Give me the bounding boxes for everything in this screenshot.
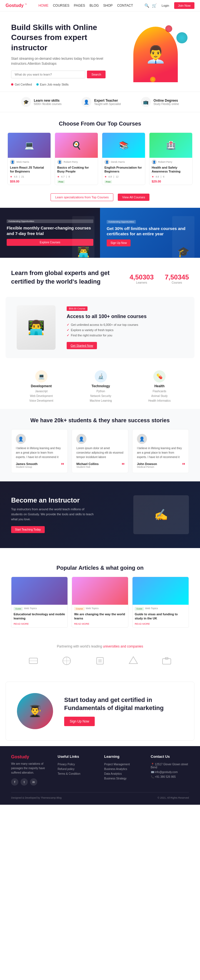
instructor-avatar-2: 👤 <box>57 159 62 164</box>
partners-link[interactable]: universities and companies <box>103 644 143 648</box>
access-section: 👨‍💻 $59.00 Course Access to all 100+ onl… <box>6 297 194 358</box>
article-tag-2: Course <box>74 607 85 611</box>
cat-sub-health-2: Animal Study <box>151 395 168 398</box>
hero-badges: Get Certified Earn Job ready Skills <box>11 83 106 86</box>
stat-learners: 4,50303 Learners <box>129 273 154 284</box>
course-card-4: 🏥 👤 Robert Perry Health and Safety Aware… <box>149 132 192 185</box>
access-title: Access to all 100+ online courses <box>67 313 183 320</box>
footer-bottom-right: © 2021. All Rights Reserved <box>157 796 189 799</box>
nav-courses[interactable]: COURSES <box>53 3 69 8</box>
footer-logo: Gostudy <box>11 754 49 759</box>
navbar: Gostudy ™ HOME COURSES PAGES BLOG SHOP C… <box>0 0 200 11</box>
social-facebook[interactable]: f <box>11 778 18 786</box>
view-all-btn[interactable]: View All Courses <box>118 194 149 201</box>
footer-learning-3[interactable]: Data Analytics <box>104 772 143 776</box>
footer-link-3[interactable]: Terms & Condition <box>58 772 96 776</box>
features-bar: 🎓 Learn new skills 5000+ flexible course… <box>0 92 200 112</box>
cart-icon[interactable]: 🛒 <box>152 3 157 8</box>
instructor-avatar-4: 👤 <box>152 159 157 164</box>
navbar-nav: HOME COURSES PAGES BLOG SHOP CONTACT <box>38 3 133 8</box>
hero-description: Start streaming on-demand video lectures… <box>11 56 106 66</box>
course-meta-1: ★ 4.5 | 21 <box>8 175 51 179</box>
access-person: 👨‍💻 <box>17 305 61 350</box>
footer-description: We are many variations of passages the m… <box>11 762 49 775</box>
article-title-3: Guide to visas and funding to study in t… <box>132 611 189 621</box>
promo-person-silhouette: 👨‍💻 <box>72 216 94 258</box>
hero-search-bar: Search <box>11 70 106 78</box>
feature-item-2: 👤 Expert Teacher Taught with Specialist <box>81 97 121 107</box>
test-role-1: Student Group <box>16 466 63 468</box>
join-button[interactable]: Join Now <box>174 2 194 9</box>
cat-sub-health-1: Flashcards <box>153 390 167 393</box>
cta-btn[interactable]: Sign Up Now <box>64 717 95 726</box>
article-link-2[interactable]: READ MORE <box>72 621 128 627</box>
promo-banners: Outstanding Opportunities Flexible month… <box>0 208 200 258</box>
promo-right-title: Get 30% off limitless share courses and … <box>107 226 193 237</box>
learners-label: Learners <box>129 281 154 284</box>
view-all-bar: Learn specializations from Top Courses V… <box>0 191 200 208</box>
footer-col-learning: Learning Project Management Business Ana… <box>104 754 143 786</box>
check-icon-1: ✓ <box>67 323 69 327</box>
nav-shop[interactable]: SHOP <box>103 3 113 8</box>
testimonial-card-3: 👤 I believe in lifelong learning and the… <box>132 429 189 473</box>
footer-link-2[interactable]: Refund policy <box>58 767 96 772</box>
access-person-image: 👨‍💻 <box>17 305 56 350</box>
search-icon[interactable]: 🔍 <box>144 3 149 8</box>
nav-pages[interactable]: PAGES <box>74 3 85 8</box>
nav-blog[interactable]: BLOG <box>89 3 98 8</box>
footer-learning-4[interactable]: Business Strategy <box>104 776 143 781</box>
article-meta-2: Web Topics <box>86 607 98 611</box>
instructor-content: Become an Instructor Top instructors fro… <box>11 496 96 533</box>
footer-learning-1[interactable]: Project Management <box>104 762 143 767</box>
search-input[interactable] <box>11 70 85 78</box>
hero-section: Build Skills with Online Courses from ex… <box>0 11 200 92</box>
nav-contact[interactable]: CONTACT <box>117 3 133 8</box>
footer-learning-2[interactable]: Business Analytics <box>104 767 143 772</box>
course-meta-3: ★ 4.8 | 12 <box>102 175 145 179</box>
cta-title: Start today and get certified in Fundame… <box>64 696 183 712</box>
specialization-btn[interactable]: Learn specializations from Top Courses <box>51 193 113 201</box>
article-thumb-2 <box>72 577 128 605</box>
cat-development: 💻 Development Javascript Web Development… <box>29 370 53 402</box>
footer-links-title: Useful Links <box>58 754 96 759</box>
promo-right-content: Outstanding Opportunities Get 30% off li… <box>107 219 193 247</box>
hero-search-button[interactable]: Search <box>87 70 106 78</box>
navbar-logo: Gostudy ™ <box>6 3 27 8</box>
course-instructor-2: 👤 Robert Perry <box>55 158 98 165</box>
articles-title-container: Popular Articles & what going on <box>6 557 194 577</box>
course-price-1: $59.00 <box>8 179 51 185</box>
footer-link-1[interactable]: Privacy Policy <box>58 762 96 767</box>
instructor-avatar-1: 👤 <box>10 159 15 164</box>
promo-right-tag: Outstanding Opportunities <box>107 220 136 224</box>
hero-person-placeholder: 👨‍💼 <box>133 27 178 82</box>
instructor-cta-btn[interactable]: Start Teaching Today <box>11 526 45 533</box>
course-title-4: Health and Safety Awareness Training <box>149 165 192 175</box>
instructor-image: ✍️ <box>104 495 189 534</box>
login-button[interactable]: Login <box>159 3 171 8</box>
cat-title-health: Health <box>154 384 165 388</box>
course-price-2: Free <box>55 179 98 185</box>
stats-section: Learn from global experts and get certif… <box>0 258 200 297</box>
test-role-2: Student Hub <box>76 466 124 468</box>
instructor-img-placeholder: ✍️ <box>133 495 189 534</box>
feature-text-1: Learn new skills 5000+ flexible courses <box>34 99 62 105</box>
article-link-3[interactable]: READ MORE <box>132 621 189 627</box>
social-twitter[interactable]: t <box>21 778 28 786</box>
stats-left: Learn from global experts and get certif… <box>11 269 124 286</box>
stat-courses: 7,50345 Courses <box>165 273 189 284</box>
article-title-1: Educational technology and mobile learni… <box>11 611 68 621</box>
promo-right-btn[interactable]: Sign Up Now <box>107 239 130 247</box>
navbar-icons: 🔍 🛒 Login Join Now <box>144 2 194 9</box>
quote-mark-3: " <box>182 462 185 469</box>
article-link-1[interactable]: READ MORE <box>11 621 68 627</box>
partner-logo-3 <box>92 654 108 668</box>
nav-home[interactable]: HOME <box>38 3 48 8</box>
test-text-3: I believe in lifelong learning and they … <box>137 446 184 460</box>
access-feature-1: ✓ Get unlimited access to 6,000+ of our … <box>67 322 183 328</box>
course-title-3: English Pronunciation for Beginners <box>102 165 145 175</box>
courses-number: 7,50345 <box>165 273 189 281</box>
access-cta-btn[interactable]: Get Started Now <box>67 342 97 349</box>
social-instagram[interactable]: in <box>30 778 37 786</box>
check-icon-3: ✓ <box>67 334 69 337</box>
testimonial-card-2: 👤 Lorem ipsum dolor sit amet consectetur… <box>71 429 129 473</box>
